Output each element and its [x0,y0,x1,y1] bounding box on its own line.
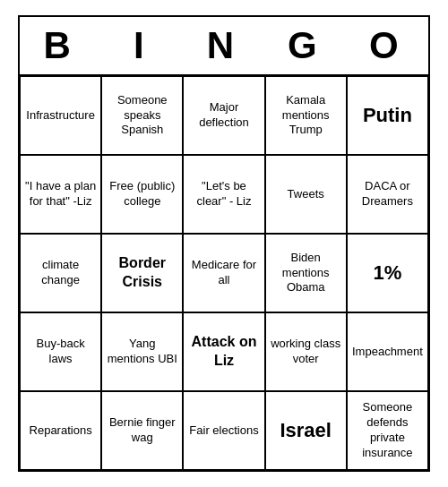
cell-24: Someone defends private insurance [347,391,428,470]
title-letter-g: G [265,24,347,67]
cell-4: Putin [347,76,428,155]
cell-8: Tweets [265,155,347,234]
cell-9: DACA or Dreamers [347,155,428,234]
cell-1: Someone speaks Spanish [101,76,183,155]
cell-20: Reparations [20,391,101,470]
cell-18: working class voter [265,312,347,391]
title-letter-i: I [101,24,183,67]
cell-16: Yang mentions UBI [101,312,183,391]
cell-3: Kamala mentions Trump [265,76,347,155]
cell-0: Infrastructure [20,76,101,155]
cell-5: "I have a plan for that" -Liz [20,155,101,234]
cell-22: Fair elections [183,391,264,470]
title-letter-b: B [20,24,101,67]
cell-6: Free (public) college [101,155,183,234]
title-letter-o: O [347,24,428,67]
cell-21: Bernie finger wag [101,391,183,470]
bingo-title: B I N G O [20,17,428,76]
title-letter-n: N [183,24,264,67]
cell-11: Border Crisis [101,234,183,312]
cell-7: "Let's be clear" - Liz [183,155,264,234]
cell-17: Attack on Liz [183,312,264,391]
cell-13: Biden mentions Obama [265,234,347,312]
cell-2: Major deflection [183,76,264,155]
cell-10: climate change [20,234,101,312]
cell-12: Medicare for all [183,234,264,312]
cell-14: 1% [347,234,428,312]
cell-23: Israel [265,391,347,470]
bingo-grid: Infrastructure Someone speaks Spanish Ma… [20,76,428,470]
cell-19: Impeachment [347,312,428,391]
bingo-card: B I N G O Infrastructure Someone speaks … [18,15,430,472]
cell-15: Buy-back laws [20,312,101,391]
